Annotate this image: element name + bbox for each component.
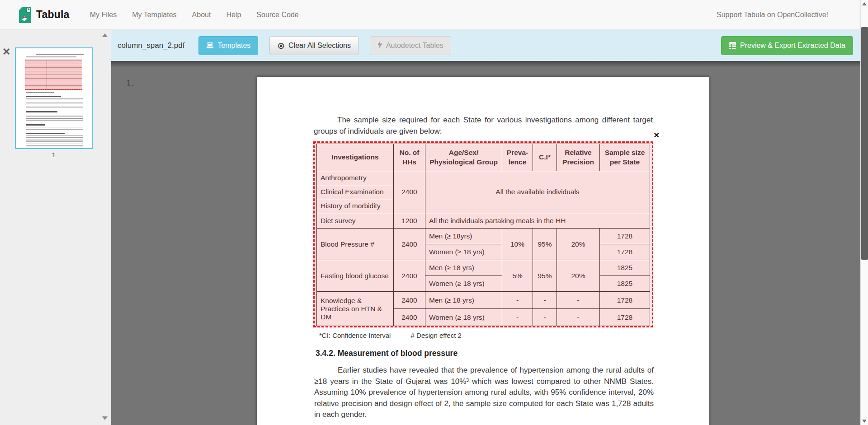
pdf-page[interactable]: The sample size required for each State … — [257, 77, 709, 425]
thumb-selection-box — [25, 60, 82, 90]
templates-button[interactable]: Templates — [198, 36, 258, 55]
thumb-text-line — [26, 92, 54, 93]
support-opencollective-link[interactable]: Support Tabula on OpenCollective! — [717, 11, 828, 19]
thumb-paragraph — [26, 127, 83, 131]
document-body-paragraph: Earlier studies have revealed that the p… — [314, 365, 654, 420]
nav-item-my-files[interactable]: My Files — [82, 11, 125, 19]
thumb-text-line — [26, 56, 76, 57]
thumbnail-page-number: 1 — [15, 151, 93, 159]
pdf-filename: column_span_2.pdf — [118, 41, 184, 50]
scrollbar-thumb[interactable] — [861, 27, 868, 260]
footnote-design-effect: # Design effect 2 — [411, 332, 462, 339]
page-thumbnail[interactable] — [15, 47, 93, 149]
footnote-ci: *CI: Confidence Interval — [319, 332, 391, 339]
remove-page-icon[interactable]: ✕ — [2, 47, 10, 57]
pdf-stage: 1. The sample size required for each Sta… — [111, 61, 860, 425]
thumb-heading-line — [26, 96, 61, 97]
thumb-heading-line — [26, 111, 57, 112]
page-thumbnail-sidebar: ✕ 1 — [0, 30, 111, 425]
thumb-heading-line — [26, 133, 65, 134]
sidebar-scroll-down-icon[interactable] — [102, 416, 108, 420]
nav-item-my-templates[interactable]: My Templates — [124, 11, 184, 19]
lightning-bolt-icon — [377, 41, 382, 50]
document-section-heading: 3.4.2. Measurement of blood pressure — [316, 349, 458, 358]
preview-export-button[interactable]: Preview & Export Extracted Data — [721, 36, 853, 55]
navbar: Tabula My Files My Templates About Help … — [0, 0, 868, 30]
clear-all-selections-button[interactable]: ⊗ Clear All Selections — [269, 36, 359, 55]
scroll-up-icon[interactable] — [862, 2, 867, 5]
thumb-paragraph — [26, 114, 83, 122]
thumb-text-line — [36, 54, 84, 55]
table-selection-overlay[interactable]: ✕ — [313, 141, 653, 327]
thumb-paragraph — [26, 135, 83, 147]
thumb-heading-line — [26, 124, 45, 126]
clear-icon: ⊗ — [277, 41, 285, 50]
thumb-paragraph — [26, 98, 83, 108]
sidebar-scroll-up-icon[interactable] — [102, 33, 108, 37]
brand[interactable]: Tabula — [17, 6, 70, 23]
brand-title: Tabula — [36, 9, 70, 21]
nav-item-source-code[interactable]: Source Code — [249, 11, 306, 19]
nav-item-about[interactable]: About — [184, 11, 219, 19]
export-table-icon — [729, 42, 736, 49]
scroll-down-icon[interactable] — [862, 420, 867, 423]
document-footnotes: *CI: Confidence Interval # Design effect… — [319, 332, 480, 339]
window-scrollbar — [860, 0, 868, 425]
stage-page-label: 1. — [126, 78, 134, 89]
document-intro-paragraph: The sample size required for each State … — [314, 115, 653, 137]
nav-item-help[interactable]: Help — [218, 11, 249, 19]
selection-close-icon[interactable]: ✕ — [654, 131, 660, 140]
tabula-logo-icon — [17, 6, 32, 23]
toolbar: column_span_2.pdf Templates ⊗ Clear All … — [111, 30, 860, 61]
templates-icon — [206, 42, 214, 49]
autodetect-tables-button[interactable]: Autodetect Tables — [370, 36, 451, 55]
